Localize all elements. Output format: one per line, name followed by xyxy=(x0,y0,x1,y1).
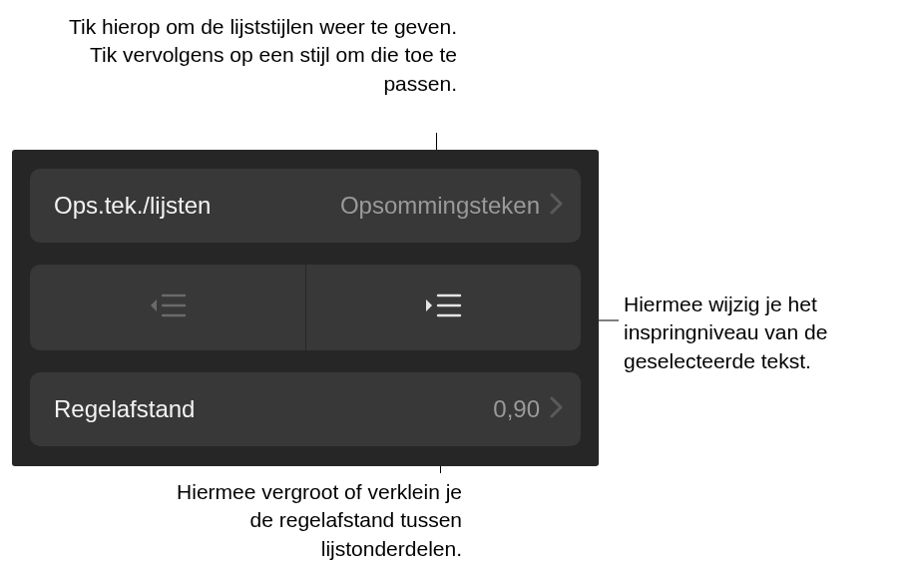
outdent-button[interactable] xyxy=(30,265,305,350)
indent-button[interactable] xyxy=(306,265,582,350)
line-spacing-label: Regelafstand xyxy=(54,395,195,423)
list-style-row[interactable]: Ops.tek./lijsten Opsommingsteken xyxy=(30,169,581,243)
callout-indent: Hiermee wijzig je het inspringniveau van… xyxy=(624,290,913,375)
callout-list-styles: Tik hierop om de lijststijlen weer te ge… xyxy=(38,13,457,98)
indent-control-row xyxy=(30,265,581,350)
line-spacing-value: 0,90 xyxy=(493,395,540,423)
list-style-value: Opsommingsteken xyxy=(340,192,540,220)
chevron-right-icon xyxy=(550,396,563,422)
outdent-icon xyxy=(149,291,187,323)
line-spacing-row[interactable]: Regelafstand 0,90 xyxy=(30,372,581,446)
formatting-panel: Ops.tek./lijsten Opsommingsteken xyxy=(12,150,599,466)
indent-icon xyxy=(424,291,462,323)
chevron-right-icon xyxy=(550,193,563,219)
callout-line-spacing: Hiermee vergroot of verklein je de regel… xyxy=(153,478,462,563)
list-style-label: Ops.tek./lijsten xyxy=(54,192,211,220)
